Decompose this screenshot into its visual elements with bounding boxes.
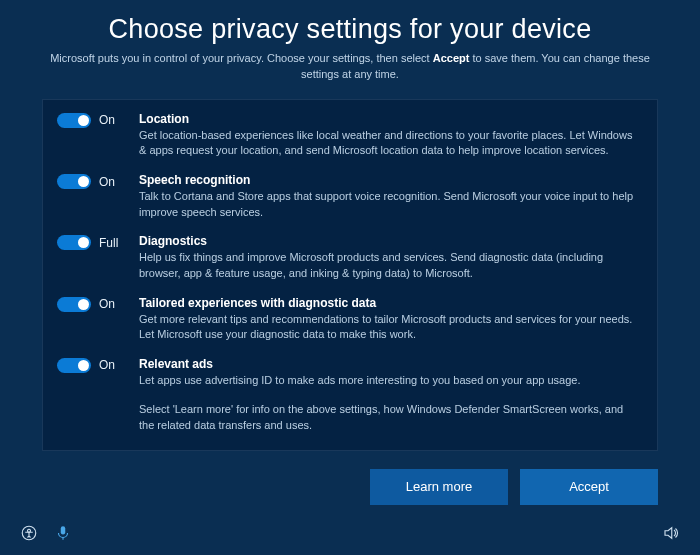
- toggle-tailored[interactable]: [57, 297, 91, 312]
- header: Choose privacy settings for your device …: [0, 0, 700, 93]
- setting-desc-diagnostics: Help us fix things and improve Microsoft…: [139, 250, 639, 281]
- svg-rect-1: [61, 526, 66, 534]
- setting-text-ads: Relevant ads Let apps use advertising ID…: [139, 357, 639, 389]
- toggle-speech[interactable]: [57, 174, 91, 189]
- volume-icon[interactable]: [662, 524, 680, 542]
- toggle-location[interactable]: [57, 113, 91, 128]
- microphone-icon[interactable]: [54, 524, 72, 542]
- setting-desc-ads: Let apps use advertising ID to make ads …: [139, 373, 639, 389]
- toggle-label-speech: On: [99, 175, 115, 189]
- ease-of-access-icon[interactable]: [20, 524, 38, 542]
- setting-row-tailored: On Tailored experiences with diagnostic …: [57, 296, 639, 343]
- subtitle-before: Microsoft puts you in control of your pr…: [50, 52, 433, 64]
- toggle-label-location: On: [99, 113, 115, 127]
- setting-text-diagnostics: Diagnostics Help us fix things and impro…: [139, 234, 639, 281]
- setting-text-tailored: Tailored experiences with diagnostic dat…: [139, 296, 639, 343]
- setting-text-speech: Speech recognition Talk to Cortana and S…: [139, 173, 639, 220]
- subtitle-accept-word: Accept: [433, 52, 470, 64]
- toggle-label-diagnostics: Full: [99, 236, 118, 250]
- accept-button[interactable]: Accept: [520, 469, 658, 505]
- toggle-group-ads: On: [57, 357, 139, 373]
- setting-desc-tailored: Get more relevant tips and recommendatio…: [139, 312, 639, 343]
- setting-text-location: Location Get location-based experiences …: [139, 112, 639, 159]
- toggle-diagnostics[interactable]: [57, 235, 91, 250]
- toggle-ads[interactable]: [57, 358, 91, 373]
- toggle-group-location: On: [57, 112, 139, 128]
- setting-row-speech: On Speech recognition Talk to Cortana an…: [57, 173, 639, 220]
- toggle-label-ads: On: [99, 358, 115, 372]
- footer-bar: [0, 517, 700, 555]
- setting-desc-location: Get location-based experiences like loca…: [139, 128, 639, 159]
- setting-row-location: On Location Get location-based experienc…: [57, 112, 639, 159]
- setting-title-location: Location: [139, 112, 639, 126]
- toggle-group-diagnostics: Full: [57, 234, 139, 250]
- setting-title-diagnostics: Diagnostics: [139, 234, 639, 248]
- setting-title-speech: Speech recognition: [139, 173, 639, 187]
- extra-note: Select 'Learn more' for info on the abov…: [57, 402, 639, 433]
- learn-more-button[interactable]: Learn more: [370, 469, 508, 505]
- setting-title-ads: Relevant ads: [139, 357, 639, 371]
- setting-title-tailored: Tailored experiences with diagnostic dat…: [139, 296, 639, 310]
- page-subtitle: Microsoft puts you in control of your pr…: [40, 51, 660, 83]
- button-row: Learn more Accept: [0, 469, 658, 505]
- setting-row-diagnostics: Full Diagnostics Help us fix things and …: [57, 234, 639, 281]
- page-title: Choose privacy settings for your device: [40, 14, 660, 45]
- settings-panel: On Location Get location-based experienc…: [42, 99, 658, 451]
- setting-desc-speech: Talk to Cortana and Store apps that supp…: [139, 189, 639, 220]
- privacy-settings-screen: Choose privacy settings for your device …: [0, 0, 700, 555]
- toggle-group-speech: On: [57, 173, 139, 189]
- setting-row-ads: On Relevant ads Let apps use advertising…: [57, 357, 639, 389]
- toggle-label-tailored: On: [99, 297, 115, 311]
- toggle-group-tailored: On: [57, 296, 139, 312]
